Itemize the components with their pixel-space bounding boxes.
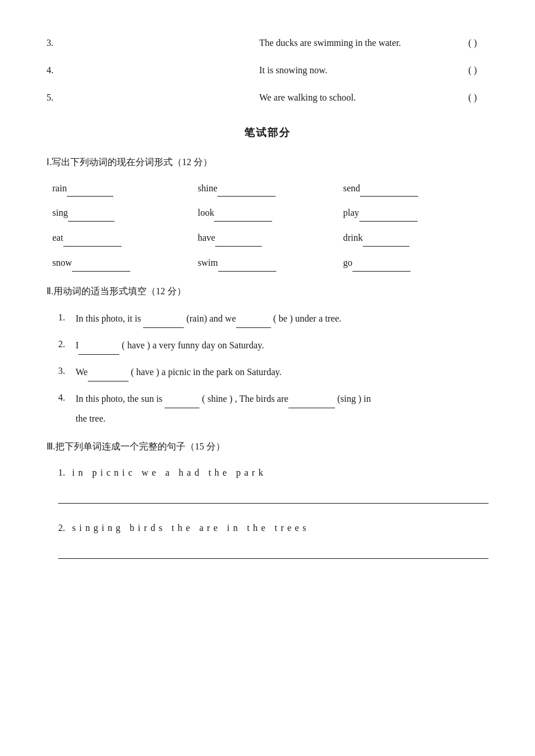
fill-item-2: 2. I ( have ) a very funny day on Saturd… [47,336,488,355]
fill-content-1: In this photo, it is (rain) and we ( be … [76,309,488,328]
rearrange-answer-2[interactable] [58,541,488,559]
word-swim-label: swim [198,255,218,272]
section-i-title: Ⅰ.写出下列动词的现在分词形式（12 分） [47,154,488,171]
section-ii: Ⅱ.用动词的适当形式填空（12 分） 1. In this photo, it … [47,283,488,427]
rearrange-item-1: 1. in picnic we a had the park [47,465,488,504]
word-swim-blank[interactable] [218,260,276,272]
fill-item-1: 1. In this photo, it is (rain) and we ( … [47,309,488,328]
word-look-blank[interactable] [214,210,272,222]
word-play: play [343,205,488,222]
fill-num-4: 4. [58,390,76,406]
written-section-divider: 笔试部分 [47,123,488,142]
section-iii-title: Ⅲ.把下列单词连成一个完整的句子（15 分） [47,438,488,455]
word-rain-blank[interactable] [67,185,113,197]
section-i: Ⅰ.写出下列动词的现在分词形式（12 分） rain shine send si… [47,154,488,272]
word-eat: eat [52,230,198,247]
fill-blank-3[interactable] [88,370,129,381]
word-snow: snow [52,255,198,272]
fill-item-3: 3. We ( have ) a picnic in the park on S… [47,363,488,381]
word-swim: swim [198,255,343,272]
word-shine: shine [198,180,343,197]
word-rain: rain [52,180,198,197]
fill-blank-4a[interactable] [165,397,199,408]
sentence-4-bracket: ( ) [468,62,477,79]
fill-num-1: 1. [58,309,76,326]
rearrange-num-2: 2. [58,523,65,533]
word-drink-blank[interactable] [363,235,409,247]
fill-content-2: I ( have ) a very funny day on Saturday. [76,336,488,355]
fill-blank-1a[interactable] [143,316,184,328]
word-play-label: play [343,205,359,222]
word-have-label: have [198,230,215,247]
word-drink: drink [343,230,488,247]
word-rain-label: rain [52,180,67,197]
word-play-blank[interactable] [359,210,418,222]
sentence-4-content: It is snowing now. [259,62,469,79]
word-shine-label: shine [198,180,217,197]
word-look-label: look [198,205,214,222]
word-snow-blank[interactable] [72,260,130,272]
rearrange-num-1: 1. [58,468,65,477]
fill-item-4: 4. In this photo, the sun is ( shine ) ,… [47,390,488,427]
fill-blank-2[interactable] [79,343,119,355]
rearrange-item-2: 2. singing birds the are in the trees [47,520,488,559]
listening-sentences: 3. The ducks are swimming in the water. … [47,35,488,106]
word-eat-blank[interactable] [63,235,122,247]
rearrange-answer-1[interactable] [58,486,488,504]
rearrange-words-1: in picnic we a had the park [72,468,266,477]
fill-content-4-cont: the tree. [76,411,488,427]
sentence-3-content: The ducks are swimming in the water. [259,35,469,52]
word-eat-label: eat [52,230,63,247]
written-section-title: 笔试部分 [244,127,291,138]
word-send-label: send [343,180,360,197]
word-sing-blank[interactable] [68,210,115,222]
word-go-label: go [343,255,352,272]
word-send: send [343,180,488,197]
word-drink-label: drink [343,230,363,247]
word-look: look [198,205,343,222]
sentence-4-num: 4. [47,62,256,79]
fill-content-4: In this photo, the sun is ( shine ) , Th… [76,394,371,404]
sentence-3: 3. The ducks are swimming in the water. … [47,35,488,52]
sentence-3-text: 3. [47,35,256,52]
fill-num-2: 2. [58,336,76,353]
word-grid: rain shine send sing look play eat have … [47,180,488,272]
word-have-blank[interactable] [215,235,262,247]
rearrange-words-2: singing birds the are in the trees [72,523,309,533]
word-shine-blank[interactable] [217,185,276,197]
word-sing-label: sing [52,205,68,222]
section-iii: Ⅲ.把下列单词连成一个完整的句子（15 分） 1. in picnic we a… [47,438,488,558]
word-have: have [198,230,343,247]
sentence-5-bracket: ( ) [468,90,477,106]
sentence-5-num: 5. [47,90,256,106]
fill-blank-4b[interactable] [288,397,335,408]
word-go: go [343,255,488,272]
sentence-5: 5. We are walking to school. ( ) [47,90,488,106]
section-ii-title: Ⅱ.用动词的适当形式填空（12 分） [47,283,488,300]
sentence-4: 4. It is snowing now. ( ) [47,62,488,79]
word-go-blank[interactable] [352,260,411,272]
word-send-blank[interactable] [360,185,418,197]
fill-content-3: We ( have ) a picnic in the park on Satu… [76,363,488,381]
word-sing: sing [52,205,198,222]
sentence-5-content: We are walking to school. [259,90,469,106]
fill-num-3: 3. [58,363,76,380]
fill-blank-1b[interactable] [236,316,271,328]
sentence-3-bracket: ( ) [468,35,477,52]
word-snow-label: snow [52,255,72,272]
